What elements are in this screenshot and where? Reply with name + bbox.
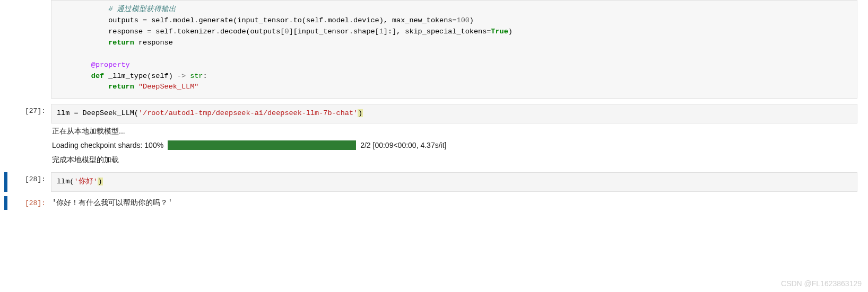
code-cell-top: # 通过模型获得输出 outputs = self.model.generate… [4, 0, 868, 99]
code-content: # 通过模型获得输出 outputs = self.model.generate… [51, 0, 868, 99]
output-cell-27: 正在从本地加载模型... Loading checkpoint shards: … [4, 125, 868, 168]
code-cell-27: [27]: llm = DeepSeek_LLM('/root/autodl-t… [4, 104, 868, 123]
code-cell-28: [28]: llm('你好') [4, 172, 868, 192]
output-line-2: 完成本地模型的加载 [51, 153, 857, 168]
output-prompt-28: [28]: [20, 196, 51, 210]
progress-row: Loading checkpoint shards: 100% 2/2 [00:… [51, 139, 857, 153]
input-prompt-28: [28]: [20, 172, 51, 192]
code-editor-27[interactable]: llm = DeepSeek_LLM('/root/autodl-tmp/dee… [51, 104, 857, 123]
output-line-1: 正在从本地加载模型... [51, 125, 857, 139]
output-prompt-empty [7, 125, 51, 168]
code-editor-28[interactable]: llm('你好') [51, 172, 857, 192]
notebook-container: # 通过模型获得输出 outputs = self.model.generate… [0, 0, 868, 210]
code-editor[interactable]: # 通过模型获得输出 outputs = self.model.generate… [51, 0, 857, 99]
progress-label: Loading checkpoint shards: 100% [52, 141, 163, 149]
input-prompt-27: [27]: [7, 104, 51, 123]
progress-bar-fill [168, 140, 356, 150]
progress-bar [168, 140, 356, 150]
watermark: CSDN @FL1623863129 [781, 279, 862, 288]
output-cell-28: [28]: '你好！有什么我可以帮助你的吗？' [4, 196, 868, 210]
prompt-empty [7, 0, 51, 99]
output-result-28: '你好！有什么我可以帮助你的吗？' [51, 196, 857, 210]
progress-info: 2/2 [00:09<00:00, 4.37s/it] [360, 141, 446, 149]
